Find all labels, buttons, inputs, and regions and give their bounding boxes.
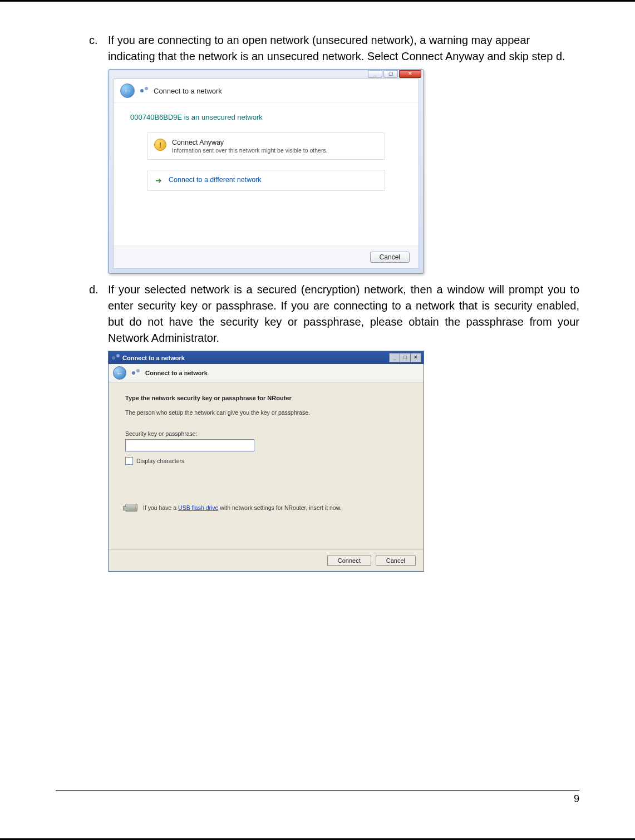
dialog-heading: Type the network security key or passphr… <box>125 395 407 401</box>
back-button[interactable]: ← <box>120 83 135 98</box>
checkbox-label: Display characters <box>136 458 184 464</box>
passphrase-input[interactable] <box>125 439 254 451</box>
dialog-subtext: The person who setup the network can giv… <box>125 409 407 416</box>
option-title: Connect Anyway <box>172 139 328 146</box>
usb-hint-text: If you have a USB flash drive with netwo… <box>143 504 342 511</box>
warning-message: 000740B6BD9E is an unsecured network <box>130 113 402 121</box>
maximize-button[interactable]: □ <box>400 353 411 362</box>
display-characters-checkbox[interactable] <box>125 457 133 465</box>
screenshot-unsecured-network: _ ▢ ✕ ← Connect to a network 000740B6BD9… <box>108 69 424 274</box>
connect-button[interactable]: Connect <box>327 556 371 566</box>
close-button[interactable]: × <box>411 353 421 362</box>
page-number: 9 <box>574 793 579 804</box>
usb-drive-icon <box>125 504 137 512</box>
list-text-d: If your selected network is a secured (e… <box>108 282 579 346</box>
option-title: Connect to a different network <box>169 176 262 184</box>
list-marker-c: c. <box>89 32 108 65</box>
window-titlebar-text: Connect to a network <box>122 355 185 361</box>
close-button[interactable]: ✕ <box>399 70 421 78</box>
option-different-network[interactable]: ➔ Connect to a different network <box>147 170 385 191</box>
dialog-title: Connect to a network <box>154 87 222 95</box>
maximize-button[interactable]: ▢ <box>383 70 398 78</box>
minimize-button[interactable]: _ <box>368 70 382 78</box>
option-subtext: Information sent over this network might… <box>172 147 328 154</box>
usb-flash-drive-link[interactable]: USB flash drive <box>178 504 218 511</box>
network-icon <box>112 354 120 362</box>
option-connect-anyway[interactable]: ! Connect Anyway Information sent over t… <box>147 132 385 160</box>
list-marker-d: d. <box>89 282 108 346</box>
minimize-button[interactable]: _ <box>389 353 400 362</box>
arrow-right-icon: ➔ <box>154 176 163 185</box>
passphrase-label: Security key or passphrase: <box>125 430 407 437</box>
back-button[interactable]: ← <box>113 366 126 380</box>
network-icon <box>132 369 140 377</box>
network-icon <box>140 87 148 95</box>
cancel-button[interactable]: Cancel <box>370 252 410 263</box>
list-text-c: If you are connecting to an open network… <box>108 32 579 65</box>
dialog-title: Connect to a network <box>145 370 208 376</box>
cancel-button[interactable]: Cancel <box>376 556 416 566</box>
shield-warning-icon: ! <box>154 139 166 151</box>
screenshot-security-key: Connect to a network _ □ × ← Connect to … <box>108 351 424 572</box>
